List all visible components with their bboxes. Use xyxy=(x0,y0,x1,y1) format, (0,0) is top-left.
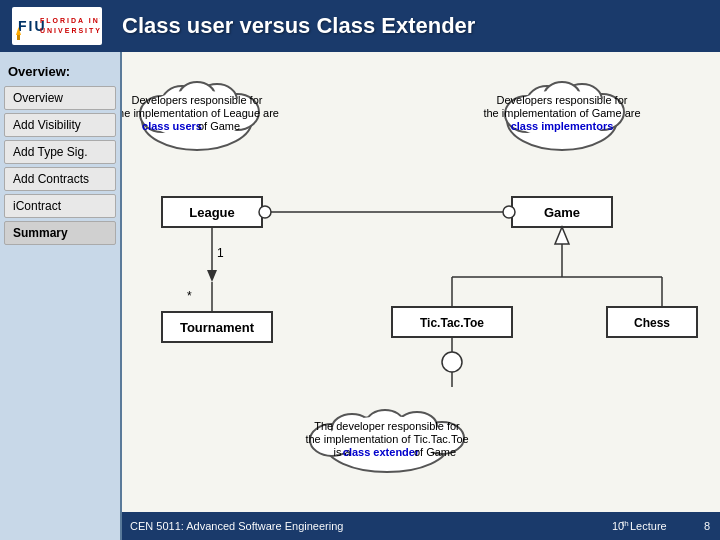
uml-chess: Chess xyxy=(607,307,697,337)
svg-text:CEN 5011: Advanced Software En: CEN 5011: Advanced Software Engineering xyxy=(130,520,343,532)
svg-text:class users: class users xyxy=(142,120,202,132)
svg-text:*: * xyxy=(187,289,192,303)
svg-text:Tic.Tac.Toe: Tic.Tac.Toe xyxy=(420,316,484,330)
svg-text:Developers responsible for: Developers responsible for xyxy=(132,94,263,106)
header: FIU FLORIDA INTERNATIONAL UNIVERSITY Cla… xyxy=(0,0,720,52)
svg-text:8: 8 xyxy=(704,520,710,532)
svg-text:1: 1 xyxy=(217,246,224,260)
svg-text:UNIVERSITY: UNIVERSITY xyxy=(40,27,100,34)
svg-text:The developer responsible for: The developer responsible for xyxy=(314,420,460,432)
svg-text:class extender: class extender xyxy=(343,446,420,458)
cloud-left: Developers responsible for the implement… xyxy=(122,82,279,150)
svg-text:of Game: of Game xyxy=(414,446,456,458)
fiu-logo: FIU FLORIDA INTERNATIONAL UNIVERSITY xyxy=(12,7,102,45)
svg-text:Tournament: Tournament xyxy=(180,320,255,335)
sidebar-item-add-contracts[interactable]: Add Contracts xyxy=(4,167,116,191)
svg-text:Developers responsible for: Developers responsible for xyxy=(497,94,628,106)
sidebar: Overview: Overview Add Visibility Add Ty… xyxy=(0,52,122,540)
cloud-bottom: The developer responsible for the implem… xyxy=(305,410,468,472)
svg-point-33 xyxy=(503,206,515,218)
svg-text:th: th xyxy=(622,519,629,528)
page-title: Class user versus Class Extender xyxy=(122,13,475,39)
svg-text:Chess: Chess xyxy=(634,316,670,330)
svg-text:League: League xyxy=(189,205,235,220)
svg-text:Lecture: Lecture xyxy=(630,520,667,532)
main-layout: Overview: Overview Add Visibility Add Ty… xyxy=(0,52,720,540)
uml-diagram: Developers responsible for the implement… xyxy=(122,52,720,540)
svg-text:the implementation of League a: the implementation of League are xyxy=(122,107,279,119)
svg-text:of Game: of Game xyxy=(198,120,240,132)
sidebar-item-overview[interactable]: Overview xyxy=(4,86,116,110)
uml-tictactoe: Tic.Tac.Toe xyxy=(392,307,512,337)
content-area: Developers responsible for the implement… xyxy=(122,52,720,540)
svg-marker-42 xyxy=(555,227,569,244)
svg-text:Game: Game xyxy=(544,205,580,220)
uml-league: League xyxy=(162,197,262,227)
logo-area: FIU FLORIDA INTERNATIONAL UNIVERSITY xyxy=(12,7,102,45)
sidebar-item-icontract[interactable]: iContract xyxy=(4,194,116,218)
svg-point-32 xyxy=(259,206,271,218)
cloud-right: Developers responsible for the implement… xyxy=(483,82,640,150)
svg-text:FLORIDA INTERNATIONAL: FLORIDA INTERNATIONAL xyxy=(40,17,100,24)
uml-game: Game xyxy=(512,197,612,227)
svg-marker-35 xyxy=(207,270,217,282)
svg-text:the implementation of Tic.Tac.: the implementation of Tic.Tac.Toe xyxy=(305,433,468,445)
svg-text:class implementors: class implementors xyxy=(511,120,614,132)
uml-tournament: Tournament xyxy=(162,312,272,342)
sidebar-item-add-visibility[interactable]: Add Visibility xyxy=(4,113,116,137)
sidebar-item-summary[interactable]: Summary xyxy=(4,221,116,245)
sidebar-item-add-type-sig[interactable]: Add Type Sig. xyxy=(4,140,116,164)
svg-point-51 xyxy=(442,352,462,372)
svg-text:the implementation of Game are: the implementation of Game are xyxy=(483,107,640,119)
sidebar-label: Overview: xyxy=(4,62,116,81)
